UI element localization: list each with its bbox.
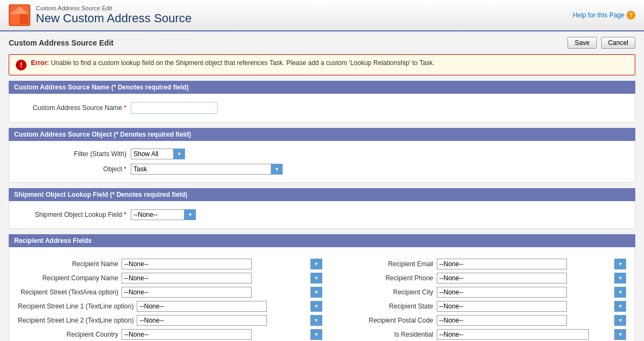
recipient-phone-select[interactable]: --None-- xyxy=(437,273,567,284)
name-input[interactable] xyxy=(131,102,218,114)
recipient-name-select[interactable]: --None-- xyxy=(122,259,252,269)
main-content: Custom Address Source Edit Save Cancel !… xyxy=(0,31,644,341)
fields-grid: Recipient Name --None-- Recipient Compan… xyxy=(9,253,635,341)
list-item: Recipient Name --None-- xyxy=(18,257,322,271)
recipient-phone-arrow-icon xyxy=(614,273,626,284)
help-icon: ? xyxy=(627,11,635,20)
object-label: Object * xyxy=(18,165,126,173)
fields-left-col: Recipient Name --None-- Recipient Compan… xyxy=(18,257,322,341)
list-item: Recipient State --None-- xyxy=(333,299,627,313)
recipient-street1-select[interactable]: --None-- xyxy=(137,301,267,312)
recipient-country-arrow-icon xyxy=(310,329,322,340)
recipient-street2-arrow-icon xyxy=(310,315,322,326)
header-titles: Custom Address Source Edit New Custom Ad… xyxy=(36,5,192,25)
recipient-company-wrapper: --None-- xyxy=(122,273,322,284)
lookup-select-wrapper: --None-- xyxy=(131,209,196,220)
error-icon: ! xyxy=(16,60,27,70)
lookup-select[interactable]: --None-- xyxy=(131,209,196,220)
recipient-email-wrapper: --None-- xyxy=(437,259,627,269)
list-item: Recipient Street Line 2 (TextLine option… xyxy=(18,313,322,327)
cancel-button[interactable]: Cancel xyxy=(601,37,635,49)
recipient-name-arrow-icon xyxy=(310,259,322,269)
recipient-street1-arrow-icon xyxy=(310,301,322,312)
list-item: Recipient Country --None-- xyxy=(18,327,322,341)
recipient-company-label: Recipient Company Name xyxy=(18,274,118,282)
filter-row: Filter (Starts With) Show All xyxy=(9,146,635,162)
svg-rect-3 xyxy=(20,14,28,24)
recipient-postal-label: Recipient Postal Code xyxy=(333,317,433,324)
recipient-street-wrapper: --None-- xyxy=(122,287,322,298)
section3-header: Shipment Object Lookup Field (* Denotes … xyxy=(9,188,635,201)
name-label: Custom Address Source Name * xyxy=(18,104,126,112)
help-link[interactable]: Help for this Page ? xyxy=(573,11,635,20)
recipient-city-label: Recipient City xyxy=(333,288,433,296)
list-item: Recipient Street (TextArea option) --Non… xyxy=(18,285,322,299)
recipient-email-select[interactable]: --None-- xyxy=(437,259,567,269)
list-item: Recipient Company Name --None-- xyxy=(18,271,322,285)
header-subtitle: Custom Address Source Edit xyxy=(36,5,192,11)
recipient-postal-wrapper: --None-- xyxy=(437,315,627,326)
recipient-street2-label: Recipient Street Line 2 (TextLine option… xyxy=(18,317,133,324)
section4-header: Recipient Address Fields xyxy=(9,234,635,247)
page-header: Custom Address Source Edit New Custom Ad… xyxy=(0,0,644,31)
recipient-postal-select[interactable]: --None-- xyxy=(437,315,567,326)
recipient-country-select[interactable]: --None-- xyxy=(122,329,252,340)
error-box: ! Error: Unable to find a custom lookup … xyxy=(9,54,635,75)
recipient-street2-select[interactable]: --None-- xyxy=(137,315,267,326)
list-item: Recipient Street Line 1 (TextLine option… xyxy=(18,299,322,313)
error-message: Unable to find a custom lookup field on … xyxy=(51,59,435,67)
object-select[interactable]: Task xyxy=(131,164,283,175)
list-item: Is Residential --None-- xyxy=(333,327,627,341)
recipient-country-label: Recipient Country xyxy=(18,331,118,338)
recipient-email-label: Recipient Email xyxy=(333,260,433,268)
recipient-phone-wrapper: --None-- xyxy=(437,273,627,284)
list-item: Recipient Phone --None-- xyxy=(333,271,627,285)
top-bar: Custom Address Source Edit Save Cancel xyxy=(9,37,635,49)
recipient-country-wrapper: --None-- xyxy=(122,329,322,340)
recipient-name-wrapper: --None-- xyxy=(122,259,322,269)
header-title: New Custom Address Source xyxy=(36,11,192,25)
recipient-street-label: Recipient Street (TextArea option) xyxy=(18,288,118,296)
recipient-state-select[interactable]: --None-- xyxy=(437,301,567,312)
object-select-wrapper: Task xyxy=(131,164,283,175)
filter-select-wrapper: Show All xyxy=(131,149,185,159)
recipient-city-wrapper: --None-- xyxy=(437,287,627,298)
recipient-postal-arrow-icon xyxy=(614,315,626,326)
recipient-city-arrow-icon xyxy=(614,287,626,298)
is-residential-select[interactable]: --None-- xyxy=(437,329,589,340)
is-residential-arrow-icon xyxy=(614,329,626,340)
recipient-phone-label: Recipient Phone xyxy=(333,274,433,282)
object-row: Object * Task xyxy=(9,162,635,177)
list-item: Recipient Email --None-- xyxy=(333,257,627,271)
section1-header: Custom Address Source Name (* Denotes re… xyxy=(9,81,635,94)
list-item: Recipient Postal Code --None-- xyxy=(333,313,627,327)
header-left: Custom Address Source Edit New Custom Ad… xyxy=(9,4,192,26)
recipient-name-label: Recipient Name xyxy=(18,260,118,268)
is-residential-wrapper: --None-- xyxy=(437,329,627,340)
svg-rect-2 xyxy=(11,14,20,24)
lookup-row: Shipment Object Lookup Field * --None-- xyxy=(9,207,635,223)
section1-body: Custom Address Source Name * xyxy=(9,94,635,123)
section4-body: Recipient Name --None-- Recipient Compan… xyxy=(9,247,635,341)
recipient-email-arrow-icon xyxy=(614,259,626,269)
recipient-city-select[interactable]: --None-- xyxy=(437,287,567,298)
recipient-street-select[interactable]: --None-- xyxy=(122,287,252,298)
recipient-company-select[interactable]: --None-- xyxy=(122,273,252,284)
recipient-street2-wrapper: --None-- xyxy=(137,315,322,326)
name-row: Custom Address Source Name * xyxy=(9,99,635,117)
fields-right-col: Recipient Email --None-- Recipient Phone… xyxy=(322,257,627,341)
is-residential-label: Is Residential xyxy=(333,331,433,338)
recipient-street1-label: Recipient Street Line 1 (TextLine option… xyxy=(18,303,133,310)
app-icon xyxy=(9,4,30,26)
recipient-state-wrapper: --None-- xyxy=(437,301,627,312)
list-item: Recipient City --None-- xyxy=(333,285,627,299)
filter-select[interactable]: Show All xyxy=(131,149,185,159)
lookup-label: Shipment Object Lookup Field * xyxy=(18,211,126,218)
save-button[interactable]: Save xyxy=(568,37,596,49)
recipient-state-arrow-icon xyxy=(614,301,626,312)
recipient-street-arrow-icon xyxy=(310,287,322,298)
filter-label: Filter (Starts With) xyxy=(18,150,126,158)
recipient-state-label: Recipient State xyxy=(333,303,433,310)
error-text: Error: Unable to find a custom lookup fi… xyxy=(31,59,435,67)
error-label: Error: xyxy=(31,59,49,67)
